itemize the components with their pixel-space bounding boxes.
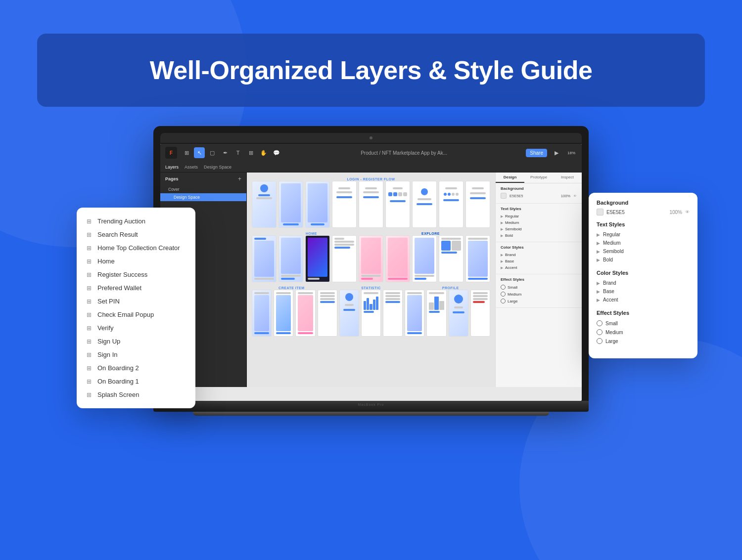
figma-share-button[interactable]: Share (526, 149, 547, 157)
tool-comment[interactable]: 💬 (271, 147, 282, 158)
layer-set-pin[interactable]: ⊞ Set PIN (77, 295, 195, 308)
effect-style-medium[interactable]: Medium (501, 291, 577, 298)
frame-statk2 (383, 290, 403, 337)
tool-component[interactable]: ⊞ (245, 147, 256, 158)
section-statistic: STATISTIC (331, 286, 411, 290)
fright-large[interactable]: Large (597, 337, 690, 345)
figma-logo: F (165, 147, 177, 159)
fright-base[interactable]: ▶ Base (597, 287, 690, 296)
text-style-regular[interactable]: ▶ Regular (501, 213, 577, 219)
floating-layers-panel: ⊞ Trending Auction ⊞ Search Result ⊞ Hom… (77, 208, 195, 408)
frame-prefwallet (465, 181, 490, 228)
arrow-medium-fright: ▶ (597, 241, 600, 246)
figma-main-area: Pages + Cover ✓ Design Space LOGIN - REG… (160, 172, 582, 387)
section-explore: EXPLORE (371, 232, 490, 235)
frame-statk3 (405, 290, 424, 337)
regular-label-fright: Regular (603, 232, 620, 237)
tool-move[interactable]: ⊞ (181, 147, 192, 158)
tab-layers[interactable]: Layers (165, 165, 179, 170)
pages-label: Pages (165, 176, 179, 181)
tool-pen[interactable]: ✒ (220, 147, 231, 158)
pages-header: Pages + (160, 172, 246, 185)
fright-bold[interactable]: ▶ Bold (597, 256, 690, 264)
layer-register-success[interactable]: ⊞ Register Success (77, 268, 195, 281)
tool-frame[interactable]: ▢ (207, 147, 218, 158)
bold-label: Bold (505, 233, 513, 238)
arrow-medium: ▶ (501, 221, 503, 225)
layer-onboarding1[interactable]: ⊞ On Boarding 1 (77, 375, 195, 388)
background-title: Background (501, 186, 577, 191)
effect-circle-large-fright (597, 338, 603, 344)
layer-label-signup: Sign Up (97, 338, 120, 345)
tab-design-space[interactable]: Design Space (204, 165, 232, 170)
fright-semibold[interactable]: ▶ Semibold (597, 247, 690, 256)
fright-accent[interactable]: ▶ Accent (597, 296, 690, 304)
color-style-accent[interactable]: ▶ Accent (501, 264, 577, 271)
layer-splash-screen[interactable]: ⊞ Splash Screen (77, 388, 195, 401)
layer-prefered-wallet[interactable]: ⊞ Prefered Wallet (77, 281, 195, 295)
arrow-brand-fright: ▶ (597, 281, 600, 286)
text-style-medium[interactable]: ▶ Medium (501, 219, 577, 226)
fright-medium-effect[interactable]: Medium (597, 328, 690, 337)
effect-style-large[interactable]: Large (501, 298, 577, 304)
layer-signup[interactable]: ⊞ Sign Up (77, 335, 195, 348)
effect-styles-section: Effect Styles Small Medium Large (496, 274, 582, 308)
large-label-fright: Large (605, 339, 618, 344)
color-style-brand[interactable]: ▶ Brand (501, 252, 577, 258)
layer-trending-auction[interactable]: ⊞ Trending Auction (77, 215, 195, 228)
background-opacity: 100% (561, 194, 570, 198)
figma-zoom[interactable]: 18% (566, 147, 577, 158)
camera-bar (160, 133, 582, 143)
fright-brand[interactable]: ▶ Brand (597, 279, 690, 287)
arrow-brand: ▶ (501, 253, 503, 257)
fright-background-row: E5E5E5 100% 👁 (597, 209, 690, 215)
text-style-semibold[interactable]: ▶ Semibold (501, 226, 577, 232)
hash-icon-wallet: ⊞ (86, 285, 93, 292)
frame-splash (252, 181, 277, 228)
layer-check-email[interactable]: ⊞ Check Email Popup (77, 308, 195, 321)
figma-play-button[interactable]: ▶ (551, 147, 562, 158)
color-styles-title: Color Styles (501, 245, 577, 250)
effect-styles-title: Effect Styles (501, 277, 577, 282)
tool-text[interactable]: T (232, 147, 243, 158)
fright-regular[interactable]: ▶ Regular (597, 230, 690, 239)
layer-home-top-collection[interactable]: ⊞ Home Top Collection Creator (77, 241, 195, 255)
frame-statk1 (361, 290, 381, 337)
section-create: CREATE ITEM (252, 286, 331, 290)
page-design-space[interactable]: ✓ Design Space (160, 193, 246, 201)
frame-statk4 (426, 290, 446, 337)
layer-label-splash: Splash Screen (97, 391, 139, 398)
add-page-button[interactable]: + (238, 175, 241, 182)
tab-prototype[interactable]: Prototype (524, 172, 553, 183)
fright-small[interactable]: Small (597, 319, 690, 328)
tool-hand[interactable]: ✋ (258, 147, 269, 158)
eye-icon-fright[interactable]: 👁 (685, 210, 690, 215)
frame-detail1 (412, 235, 437, 282)
layer-signin[interactable]: ⊞ Sign In (77, 348, 195, 361)
frame-filter (332, 235, 357, 282)
eye-icon[interactable]: 👁 (573, 194, 577, 198)
hash-icon-email: ⊞ (86, 311, 93, 318)
tool-cursor[interactable]: ↖ (194, 147, 205, 158)
home-explore-row (252, 235, 490, 282)
background-color-swatch[interactable] (501, 193, 507, 199)
tab-inspect[interactable]: Inspect (553, 172, 582, 183)
layer-label-pin: Set PIN (97, 298, 120, 305)
layer-search-result[interactable]: ⊞ Search Result (77, 228, 195, 241)
fright-medium[interactable]: ▶ Medium (597, 239, 690, 247)
layer-home[interactable]: ⊞ Home (77, 255, 195, 268)
fright-bg-swatch[interactable] (597, 209, 603, 215)
layer-onboarding2[interactable]: ⊞ On Boarding 2 (77, 361, 195, 375)
color-style-base[interactable]: ▶ Base (501, 258, 577, 264)
fright-bg-value: E5E5E5 (606, 210, 625, 215)
tab-assets[interactable]: Assets (185, 165, 198, 170)
effect-style-small[interactable]: Small (501, 284, 577, 291)
figma-canvas[interactable]: LOGIN - REGISTER FLOW (247, 172, 495, 387)
page-title: Well-Organized Layers & Style Guide (67, 55, 675, 85)
check-icon: ✓ (168, 195, 172, 200)
text-style-bold[interactable]: ▶ Bold (501, 232, 577, 239)
tab-design[interactable]: Design (496, 172, 524, 183)
page-cover[interactable]: Cover (160, 185, 246, 193)
layer-verify[interactable]: ⊞ Verify (77, 321, 195, 335)
arrow-regular-fright: ▶ (597, 232, 600, 237)
